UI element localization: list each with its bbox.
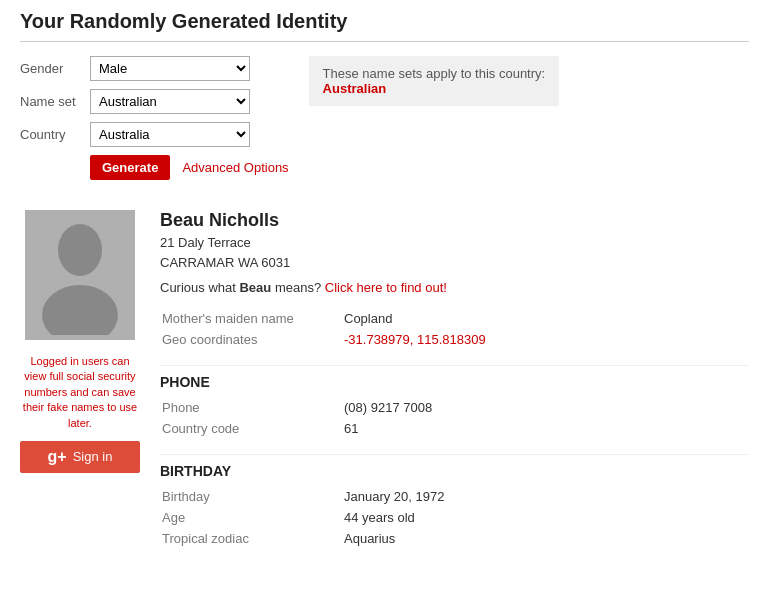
curious-link[interactable]: Click here to find out!	[325, 280, 447, 295]
nameset-label: Name set	[20, 94, 90, 109]
phone-label: Phone	[162, 398, 342, 417]
age-value: 44 years old	[344, 508, 747, 527]
curious-mid: means?	[271, 280, 324, 295]
gplus-icon: g+	[48, 448, 67, 466]
login-note: Logged in users can view full social sec…	[20, 354, 140, 431]
nameset-select[interactable]: Australian American British Canadian	[90, 89, 250, 114]
signin-button[interactable]: g+ Sign in	[20, 441, 140, 473]
phone-section-title: PHONE	[160, 374, 749, 390]
country-code-row: Country code 61	[162, 419, 747, 438]
form-area: Gender Male Female Name set Australian A…	[20, 56, 289, 200]
nameset-row: Name set Australian American British Can…	[20, 89, 289, 114]
page-title: Your Randomly Generated Identity	[20, 10, 749, 42]
mothers-maiden-label: Mother's maiden name	[162, 309, 342, 328]
phone-details-table: Phone (08) 9217 7008 Country code 61	[160, 396, 749, 440]
curious-name: Beau	[239, 280, 271, 295]
geo-label: Geo coordinates	[162, 330, 342, 349]
geo-coordinates-link[interactable]: -31.738979, 115.818309	[344, 332, 486, 347]
birthday-section-title: BIRTHDAY	[160, 463, 749, 479]
zodiac-label: Tropical zodiac	[162, 529, 342, 548]
geo-row: Geo coordinates -31.738979, 115.818309	[162, 330, 747, 349]
birthday-details-table: Birthday January 20, 1972 Age 44 years o…	[160, 485, 749, 550]
zodiac-row: Tropical zodiac Aquarius	[162, 529, 747, 548]
name-set-note: These name sets apply to this country:	[323, 66, 546, 81]
info-column: Beau Nicholls 21 Daly Terrace CARRAMAR W…	[160, 210, 749, 564]
geo-value: -31.738979, 115.818309	[344, 330, 747, 349]
gender-row: Gender Male Female	[20, 56, 289, 81]
advanced-options-link[interactable]: Advanced Options	[182, 160, 288, 175]
action-row: Generate Advanced Options	[90, 155, 289, 180]
country-code-label: Country code	[162, 419, 342, 438]
curious-text: Curious what	[160, 280, 239, 295]
name-set-info-box: These name sets apply to this country: A…	[309, 56, 560, 106]
phone-value: (08) 9217 7008	[344, 398, 747, 417]
age-row: Age 44 years old	[162, 508, 747, 527]
gender-select[interactable]: Male Female	[90, 56, 250, 81]
zodiac-value: Aquarius	[344, 529, 747, 548]
personal-details-table: Mother's maiden name Copland Geo coordin…	[160, 307, 749, 351]
top-section: Gender Male Female Name set Australian A…	[20, 56, 749, 200]
avatar-svg-icon	[35, 215, 125, 335]
country-label: Country	[20, 127, 90, 142]
address-line1: 21 Daly Terrace	[160, 233, 749, 253]
gender-label: Gender	[20, 61, 90, 76]
birthday-row: Birthday January 20, 1972	[162, 487, 747, 506]
svg-point-1	[42, 285, 118, 335]
phone-row: Phone (08) 9217 7008	[162, 398, 747, 417]
person-name: Beau Nicholls	[160, 210, 749, 231]
curious-line: Curious what Beau means? Click here to f…	[160, 280, 749, 295]
age-label: Age	[162, 508, 342, 527]
identity-section: Logged in users can view full social sec…	[20, 210, 749, 564]
name-set-country: Australian	[323, 81, 387, 96]
birthday-label: Birthday	[162, 487, 342, 506]
birthday-divider	[160, 454, 749, 455]
mothers-maiden-row: Mother's maiden name Copland	[162, 309, 747, 328]
country-code-value: 61	[344, 419, 747, 438]
address-line2: CARRAMAR WA 6031	[160, 253, 749, 273]
svg-point-0	[58, 224, 102, 276]
signin-label: Sign in	[73, 449, 113, 464]
country-select[interactable]: Australia United States United Kingdom C…	[90, 122, 250, 147]
mothers-maiden-value: Copland	[344, 309, 747, 328]
generate-button[interactable]: Generate	[90, 155, 170, 180]
avatar-column: Logged in users can view full social sec…	[20, 210, 140, 564]
page-container: Your Randomly Generated Identity Gender …	[0, 0, 769, 602]
phone-divider	[160, 365, 749, 366]
avatar-image	[25, 210, 135, 340]
birthday-value: January 20, 1972	[344, 487, 747, 506]
country-row: Country Australia United States United K…	[20, 122, 289, 147]
